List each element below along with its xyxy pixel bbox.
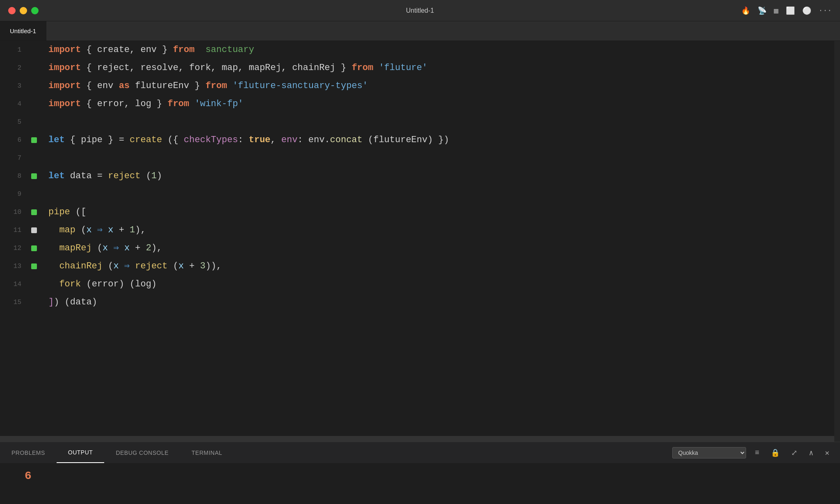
code-line-8: let data = reject (1) [39, 167, 162, 185]
line-number: 13 [0, 257, 30, 275]
table-row: 13 chainRej (x ⇒ reject (x + 3)), [0, 257, 834, 275]
scrollbar[interactable] [834, 41, 840, 442]
code-line-1: import { create, env } from sanctuary [39, 41, 254, 59]
title-bar-actions: 🔥 📡 ▦ ⬜ ⚪ ··· [741, 6, 832, 15]
line-number: 14 [0, 275, 30, 293]
code-line-2: import { reject, resolve, fork, map, map… [39, 59, 427, 77]
code-line-11: map (x ⇒ x + 1), [39, 221, 146, 239]
window-title: Untitled-1 [406, 7, 434, 14]
layout-icon[interactable]: ▦ [774, 6, 778, 15]
table-row: 7 [0, 149, 834, 167]
line-number: 2 [0, 59, 30, 77]
panel-tab-right: Quokka Extension Host Log (Main) ≡ 🔒 ⤢ ∧… [672, 447, 840, 459]
line-number: 8 [0, 167, 30, 185]
line-indicator [30, 41, 39, 59]
table-row: 15 ]) (data) [0, 293, 834, 311]
line-number: 6 [0, 131, 30, 149]
line-number: 15 [0, 293, 30, 311]
panel-tabs-bar: PROBLEMS OUTPUT DEBUG CONSOLE TERMINAL Q… [0, 442, 840, 463]
code-line-9 [39, 185, 54, 203]
line-indicator-8 [30, 167, 39, 185]
line-number: 1 [0, 41, 30, 59]
line-indicator [30, 59, 39, 77]
line-number: 3 [0, 77, 30, 95]
table-row: 6 let { pipe } = create ({ checkTypes: t… [0, 131, 834, 149]
code-line-15: ]) (data) [39, 293, 97, 311]
line-indicator-13 [30, 257, 39, 275]
line-indicator-12 [30, 239, 39, 257]
output-area: 6 [0, 463, 840, 504]
chevron-up-icon[interactable]: ∧ [806, 447, 816, 459]
list-filter-icon[interactable]: ≡ [753, 447, 762, 459]
line-number: 5 [0, 113, 30, 131]
tab-problems[interactable]: PROBLEMS [0, 442, 57, 463]
line-indicator [30, 149, 39, 167]
line-number: 9 [0, 185, 30, 203]
editor-area: 1 import { create, env } from sanctuary … [0, 41, 840, 442]
line-indicator [30, 77, 39, 95]
tab-debug-console[interactable]: DEBUG CONSOLE [104, 442, 180, 463]
code-line-7 [39, 149, 54, 167]
table-row: 11 map (x ⇒ x + 1), [0, 221, 834, 239]
table-row: 2 import { reject, resolve, fork, map, m… [0, 59, 834, 77]
table-row: 14 fork (error) (log) [0, 275, 834, 293]
split-icon[interactable]: ⬜ [786, 6, 795, 15]
code-line-6: let { pipe } = create ({ checkTypes: tru… [39, 131, 449, 149]
tab-debug-label: DEBUG CONSOLE [116, 450, 169, 456]
line-indicator-15 [30, 293, 39, 311]
output-value: 6 [25, 470, 32, 482]
table-row: 12 mapRej (x ⇒ x + 2), [0, 239, 834, 257]
close-button[interactable] [8, 7, 16, 14]
title-bar: Untitled-1 🔥 📡 ▦ ⬜ ⚪ ··· [0, 0, 840, 21]
panel-source-select[interactable]: Quokka Extension Host Log (Main) [672, 447, 746, 459]
code-line-4: import { error, log } from 'wink-fp' [39, 95, 243, 113]
line-indicator-14 [30, 275, 39, 293]
tab-output-label: OUTPUT [68, 449, 93, 456]
code-line-13: chainRej (x ⇒ reject (x + 3)), [39, 257, 222, 275]
table-row: 3 import { env as flutureEnv } from 'flu… [0, 77, 834, 95]
traffic-lights [8, 7, 39, 14]
tab-output[interactable]: OUTPUT [57, 442, 105, 463]
table-row: 4 import { error, log } from 'wink-fp' [0, 95, 834, 113]
table-row: 9 [0, 185, 834, 203]
line-number: 11 [0, 221, 30, 239]
lock-icon[interactable]: 🔒 [768, 447, 782, 459]
line-number: 10 [0, 203, 30, 221]
tab-bar: Untitled-1 [0, 21, 840, 41]
table-row: 1 import { create, env } from sanctuary [0, 41, 834, 59]
broadcast-icon[interactable]: 📡 [758, 6, 767, 15]
line-indicator [30, 185, 39, 203]
tab-terminal[interactable]: TERMINAL [180, 442, 234, 463]
line-number: 12 [0, 239, 30, 257]
flame-icon[interactable]: 🔥 [741, 6, 750, 15]
more-icon[interactable]: ··· [819, 7, 832, 15]
code-line-10: pipe ([ [39, 203, 86, 221]
move-icon[interactable]: ⤢ [789, 447, 800, 459]
line-number: 4 [0, 95, 30, 113]
maximize-button[interactable] [31, 7, 39, 14]
minimize-button[interactable] [20, 7, 27, 14]
close-panel-icon[interactable]: ✕ [822, 447, 832, 459]
tab-problems-label: PROBLEMS [11, 450, 45, 456]
line-indicator-10 [30, 203, 39, 221]
code-line-14: fork (error) (log) [39, 275, 157, 293]
table-row: 5 [0, 113, 834, 131]
circle-icon[interactable]: ⚪ [802, 6, 811, 15]
line-indicator [30, 95, 39, 113]
table-row: 8 let data = reject (1) [0, 167, 834, 185]
table-row: 10 pipe ([ [0, 203, 834, 221]
line-number: 7 [0, 149, 30, 167]
line-indicator [30, 113, 39, 131]
tab-label: Untitled-1 [10, 27, 36, 34]
line-indicator-6 [30, 131, 39, 149]
code-line-3: import { env as flutureEnv } from 'flutu… [39, 77, 368, 95]
line-indicator-11 [30, 221, 39, 239]
code-line-5 [39, 113, 54, 131]
tab-untitled[interactable]: Untitled-1 [0, 21, 46, 41]
code-line-12: mapRej (x ⇒ x + 2), [39, 239, 162, 257]
tab-terminal-label: TERMINAL [192, 450, 222, 456]
